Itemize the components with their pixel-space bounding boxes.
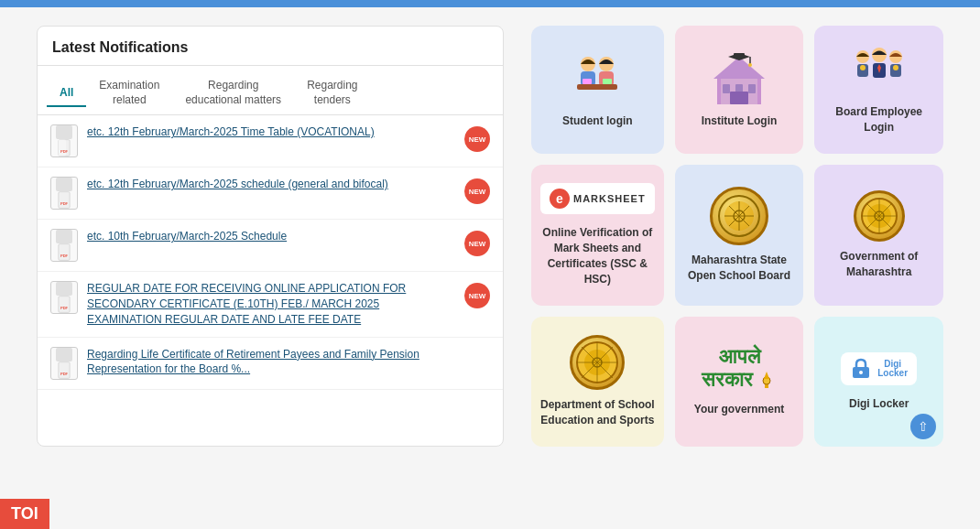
msos-icon	[710, 187, 768, 245]
aapli-sarkar-label: Your government	[694, 402, 784, 417]
svg-rect-17	[603, 79, 612, 84]
svg-point-64	[859, 371, 863, 374]
pdf-icon: PDF	[50, 281, 78, 314]
digi-locker-label: Digi Locker	[849, 396, 909, 412]
svg-rect-22	[730, 92, 748, 104]
svg-text:PDF: PDF	[60, 306, 69, 310]
tabs-row: All Examination related Regarding educat…	[38, 66, 503, 115]
new-badge: NEW	[464, 283, 490, 308]
marksheet-e-icon: e	[550, 189, 570, 209]
list-item: PDF Regarding Life Certificate of Retire…	[38, 338, 503, 390]
board-employee-icon	[848, 44, 910, 97]
board-employee-login-label: Board Employee Login	[823, 104, 934, 135]
pdf-icon: PDF	[50, 229, 78, 262]
dept-label: Department of School Education and Sport…	[540, 397, 655, 428]
tab-educational[interactable]: Regarding educational matters	[172, 73, 294, 114]
main-container: Latest Notifications All Examination rel…	[0, 7, 980, 465]
institute-login-card[interactable]: Institute Login	[675, 26, 804, 154]
notifications-header: Latest Notifications	[38, 27, 503, 66]
tab-examination[interactable]: Examination related	[86, 73, 172, 114]
svg-rect-28	[717, 79, 721, 104]
notifications-panel: Latest Notifications All Examination rel…	[37, 26, 504, 447]
notification-text[interactable]: etc. 10th February/March-2025 Schedule	[87, 229, 455, 244]
pdf-icon: PDF	[50, 347, 78, 380]
govt-maharashtra-card[interactable]: Government of Maharashtra	[814, 165, 943, 306]
marksheet-card[interactable]: e MARKSHEET Online Verification of Mark …	[531, 165, 664, 306]
svg-text:PDF: PDF	[60, 254, 69, 258]
aapli-sarkar-card[interactable]: आपले सरकार Your government	[675, 317, 804, 447]
student-login-label: Student login	[562, 113, 633, 129]
new-badge: NEW	[464, 178, 490, 204]
toi-badge[interactable]: TOI	[0, 499, 49, 529]
list-item: PDF REGULAR DATE FOR RECEIVING ONLINE AP…	[38, 272, 503, 337]
list-item: PDF etc. 12th February/March-2025 Time T…	[38, 115, 503, 167]
aapli-sarkar-logo: आपले सरकार	[702, 346, 777, 390]
board-employee-login-card[interactable]: Board Employee Login	[814, 26, 943, 154]
msos-label: Maharashtra State Open School Board	[684, 253, 795, 284]
tab-tenders[interactable]: Regarding tenders	[294, 73, 370, 114]
dept-icon	[570, 335, 625, 390]
svg-rect-29	[757, 79, 761, 104]
top-bar	[0, 0, 980, 7]
marksheet-text: MARKSHEET	[573, 193, 646, 204]
marksheet-logo: e MARKSHEET	[540, 183, 655, 214]
dept-card[interactable]: Department of School Education and Sport…	[531, 317, 664, 447]
student-icon	[568, 51, 626, 106]
govt-maharashtra-label: Government of Maharashtra	[823, 249, 934, 280]
notification-text[interactable]: Regarding Life Certificate of Retirement…	[87, 347, 455, 378]
svg-text:PDF: PDF	[60, 371, 69, 375]
svg-rect-15	[577, 84, 617, 90]
scroll-up-button[interactable]: ⇧	[910, 414, 936, 439]
pdf-icon: PDF	[50, 124, 78, 157]
govt-icon	[854, 190, 905, 242]
marksheet-label: Online Verification of Mark Sheets and C…	[540, 225, 655, 286]
notification-text[interactable]: etc. 12th February/March-2025 Time Table…	[87, 124, 455, 140]
digi-locker-card[interactable]: Digi Locker Digi Locker ⇧	[814, 317, 943, 447]
notification-text[interactable]: etc. 12th February/March-2025 schedule (…	[87, 177, 455, 192]
svg-point-37	[893, 65, 898, 70]
notifications-title: Latest Notifications	[52, 39, 488, 56]
institute-login-label: Institute Login	[702, 113, 778, 129]
svg-point-27	[748, 63, 752, 67]
svg-rect-19	[723, 84, 730, 93]
svg-text:PDF: PDF	[60, 149, 69, 154]
institute-icon	[710, 51, 768, 106]
new-badge: NEW	[464, 231, 490, 256]
notification-list: PDF etc. 12th February/March-2025 Time T…	[38, 115, 503, 389]
notification-text[interactable]: REGULAR DATE FOR RECEIVING ONLINE APPLIC…	[87, 281, 455, 327]
svg-point-38	[860, 65, 866, 70]
digi-locker-logo: Digi Locker	[841, 352, 917, 385]
svg-rect-16	[583, 79, 592, 84]
svg-marker-62	[764, 372, 769, 379]
msos-card[interactable]: Maharashtra State Open School Board	[675, 165, 804, 306]
tab-all[interactable]: All	[47, 81, 86, 108]
student-login-card[interactable]: Student login	[531, 26, 664, 154]
svg-text:PDF: PDF	[60, 201, 69, 206]
svg-rect-21	[748, 84, 756, 93]
pdf-icon: PDF	[50, 177, 78, 210]
new-badge: NEW	[464, 126, 490, 152]
list-item: PDF etc. 12th February/March-2025 schedu…	[38, 167, 503, 220]
svg-marker-25	[728, 53, 750, 60]
portal-grid: Student login Instit	[531, 26, 943, 447]
list-item: PDF etc. 10th February/March-2025 Schedu…	[38, 220, 503, 272]
